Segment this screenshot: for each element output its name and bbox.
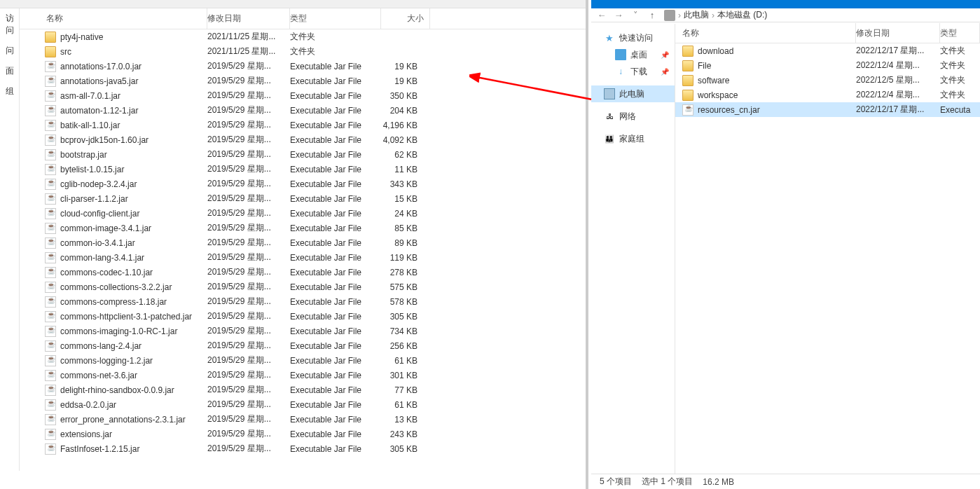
jar-icon [45,296,56,308]
file-name: File [698,61,856,71]
sidebar-frag[interactable]: 面 [0,61,19,81]
right-column-header[interactable]: 名称 修改日期 类型 [675,24,980,43]
table-row[interactable]: common-image-3.4.1.jar2019/5/29 星期...Exe… [20,221,586,235]
nav-quick-access[interactable]: 快速访问 [591,29,675,46]
right-titlebar [591,0,980,8]
table-row[interactable]: batik-all-1.10.jar2019/5/29 星期...Executa… [20,118,586,132]
jar-icon [45,76,56,87]
table-row[interactable]: commons-compress-1.18.jar2019/5/29 星期...… [20,294,586,309]
file-date: 2019/5/29 星期... [207,296,290,308]
right-nav-pane[interactable]: 快速访问 桌面📌 下载📌 此电脑 网络 家庭组 [591,24,675,474]
file-type: Executable Jar File [290,91,381,101]
jar-icon [45,399,56,411]
table-row[interactable]: src2021/11/25 星期...文件夹 [20,44,586,59]
sidebar-frag[interactable]: 访问 [0,8,19,41]
nav-this-pc[interactable]: 此电脑 [591,85,675,102]
table-row[interactable]: extensions.jar2019/5/29 星期...Executable … [20,427,586,441]
file-size: 575 KB [381,282,423,292]
table-row[interactable]: cli-parser-1.1.2.jar2019/5/29 星期...Execu… [20,191,586,206]
forward-icon[interactable]: → [614,11,623,20]
file-date: 2019/5/29 星期... [207,413,290,425]
file-type: 文件夹 [940,74,980,86]
file-date: 2019/5/29 星期... [207,281,290,293]
file-name: eddsa-0.2.0.jar [60,400,207,410]
table-row[interactable]: resources_cn.jar2022/12/17 星期...Executa [675,102,980,117]
table-row[interactable]: software2022/12/5 星期...文件夹 [675,73,980,88]
table-row[interactable]: cglib-nodep-3.2.4.jar2019/5/29 星期...Exec… [20,177,586,191]
chevron-right-icon[interactable]: › [678,11,681,20]
right-file-list[interactable]: download2022/12/17 星期...文件夹File2022/12/4… [675,43,980,117]
table-row[interactable]: workspace2022/12/4 星期...文件夹 [675,88,980,102]
sidebar-frag[interactable]: 问 [0,41,19,61]
file-name: annotations-java5.jar [60,76,207,86]
file-date: 2022/12/4 星期... [856,89,940,101]
table-row[interactable]: commons-lang-2.4.jar2019/5/29 星期...Execu… [20,338,586,353]
table-row[interactable]: FastInfoset-1.2.15.jar2019/5/29 星期...Exe… [20,441,586,456]
table-row[interactable]: bcprov-jdk15on-1.60.jar2019/5/29 星期...Ex… [20,132,586,147]
table-row[interactable]: commons-httpclient-3.1-patched.jar2019/5… [20,309,586,324]
bc-drive[interactable]: 本地磁盘 (D:) [717,9,767,21]
table-row[interactable]: annotations-java5.jar2019/5/29 星期...Exec… [20,74,586,88]
bc-this-pc[interactable]: 此电脑 [684,9,709,21]
left-file-list[interactable]: pty4j-native2021/11/25 星期...文件夹src2021/1… [20,29,586,471]
table-row[interactable]: automaton-1.12-1.jar2019/5/29 星期...Execu… [20,103,586,118]
file-name: extensions.jar [60,429,207,439]
file-type: 文件夹 [940,89,980,101]
table-row[interactable]: common-io-3.4.1.jar2019/5/29 星期...Execut… [20,235,586,250]
col-size[interactable]: 大小 [381,8,430,29]
table-row[interactable]: commons-collections-3.2.2.jar2019/5/29 星… [20,280,586,294]
table-row[interactable]: error_prone_annotations-2.3.1.jar2019/5/… [20,412,586,427]
table-row[interactable]: cloud-config-client.jar2019/5/29 星期...Ex… [20,206,586,221]
file-type: 文件夹 [290,31,381,43]
file-name: cli-parser-1.1.2.jar [60,194,207,204]
file-date: 2019/5/29 星期... [207,266,290,278]
file-size: 578 KB [381,297,423,307]
col-name[interactable]: 名称 [20,8,207,29]
file-size: 24 KB [381,209,423,219]
col-date[interactable]: 修改日期 [856,23,940,43]
up-icon[interactable]: ↑ [647,11,657,20]
file-date: 2019/5/29 星期... [207,443,290,455]
breadcrumb[interactable]: › 此电脑 › 本地磁盘 (D:) [664,9,767,21]
table-row[interactable]: commons-imaging-1.0-RC-1.jar2019/5/29 星期… [20,324,586,338]
file-size: 243 KB [381,429,423,439]
file-size: 343 KB [381,179,423,189]
jar-icon [45,429,56,440]
history-icon[interactable]: ˅ [630,11,640,20]
table-row[interactable]: commons-logging-1.2.jar2019/5/29 星期...Ex… [20,353,586,368]
sidebar-frag[interactable]: 组 [0,81,19,102]
table-row[interactable]: pty4j-native2021/11/25 星期...文件夹 [20,29,586,44]
file-name: error_prone_annotations-2.3.1.jar [60,415,207,425]
col-name[interactable]: 名称 [675,23,856,43]
table-row[interactable]: download2022/12/17 星期...文件夹 [675,43,980,58]
nav-desktop[interactable]: 桌面📌 [591,46,675,63]
table-row[interactable]: bytelist-1.0.15.jar2019/5/29 星期...Execut… [20,162,586,177]
file-name: automaton-1.12-1.jar [60,106,207,116]
col-date[interactable]: 修改日期 [207,8,290,29]
nav-network[interactable]: 网络 [591,108,675,125]
file-date: 2022/12/17 星期... [856,104,940,116]
col-type[interactable]: 类型 [290,8,381,29]
file-name: commons-compress-1.18.jar [60,297,207,307]
jar-icon [45,237,56,249]
table-row[interactable]: annotations-17.0.0.jar2019/5/29 星期...Exe… [20,59,586,74]
chevron-right-icon[interactable]: › [712,11,715,20]
table-row[interactable]: commons-net-3.6.jar2019/5/29 星期...Execut… [20,368,586,383]
table-row[interactable]: delight-rhino-sandbox-0.0.9.jar2019/5/29… [20,383,586,397]
file-type: Executable Jar File [290,312,381,322]
table-row[interactable]: eddsa-0.2.0.jar2019/5/29 星期...Executable… [20,397,586,412]
nav-homegroup[interactable]: 家庭组 [591,130,675,147]
jar-icon [45,370,56,381]
back-icon[interactable]: ← [597,11,607,20]
table-row[interactable]: commons-codec-1.10.jar2019/5/29 星期...Exe… [20,265,586,280]
table-row[interactable]: bootstrap.jar2019/5/29 星期...Executable J… [20,147,586,162]
nav-downloads[interactable]: 下载📌 [591,63,675,80]
file-type: 文件夹 [940,45,980,57]
left-column-header[interactable]: 名称 修改日期 类型 大小 [20,8,586,29]
table-row[interactable]: File2022/12/4 星期...文件夹 [675,58,980,73]
jar-icon [45,135,56,146]
col-type[interactable]: 类型 [940,23,980,43]
file-date: 2019/5/29 星期... [207,134,290,146]
table-row[interactable]: common-lang-3.4.1.jar2019/5/29 星期...Exec… [20,250,586,265]
table-row[interactable]: asm-all-7.0.1.jar2019/5/29 星期...Executab… [20,88,586,103]
